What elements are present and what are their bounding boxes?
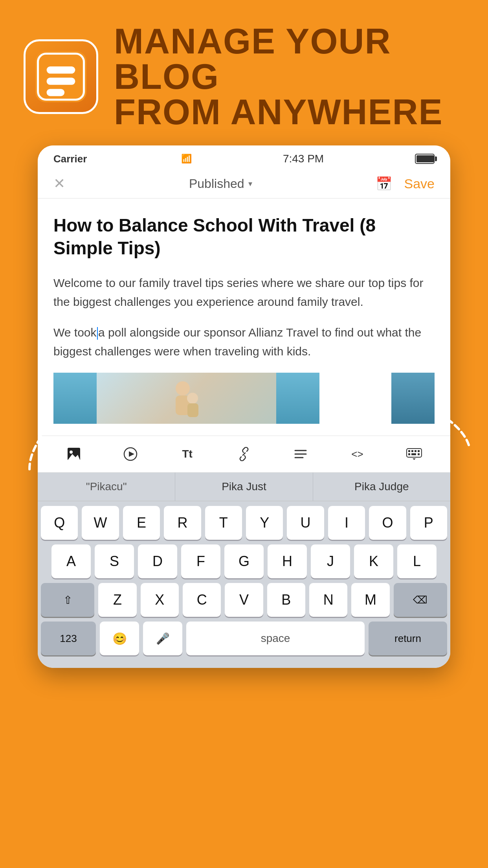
blogger-logo <box>24 39 98 114</box>
post-content[interactable]: How to Balance School With Travel (8 Sim… <box>38 199 450 436</box>
key-t[interactable]: T <box>205 506 242 540</box>
key-w[interactable]: W <box>82 506 119 540</box>
key-i[interactable]: I <box>328 506 365 540</box>
autocorrect-item-0[interactable]: "Pikacu" <box>38 473 175 501</box>
svg-rect-22 <box>408 453 410 455</box>
key-k[interactable]: K <box>354 544 393 578</box>
key-x[interactable]: X <box>141 583 179 617</box>
calendar-icon[interactable]: 📅 <box>376 176 392 191</box>
key-numbers[interactable]: 123 <box>41 622 96 655</box>
link-tool[interactable] <box>232 442 256 466</box>
key-shift[interactable]: ⇧ <box>41 583 94 617</box>
code-tool[interactable]: <> <box>346 442 369 466</box>
svg-rect-23 <box>411 453 416 455</box>
svg-marker-25 <box>413 458 416 460</box>
key-m[interactable]: M <box>351 583 389 617</box>
close-button[interactable]: ✕ <box>53 175 65 192</box>
status-dropdown-icon: ▾ <box>248 179 252 188</box>
key-j[interactable]: J <box>311 544 350 578</box>
svg-rect-3 <box>47 78 75 85</box>
svg-rect-18 <box>408 450 410 452</box>
keyboard-row-3: ⇧ Z X C V B N M ⌫ <box>41 583 447 617</box>
key-q[interactable]: Q <box>41 506 78 540</box>
key-n[interactable]: N <box>309 583 347 617</box>
image-gap <box>319 373 391 424</box>
header-text: MANAGE YOUR BLOG FROM ANYWHERE <box>114 24 464 130</box>
svg-marker-13 <box>129 451 134 457</box>
key-g[interactable]: G <box>224 544 264 578</box>
svg-rect-21 <box>418 450 420 452</box>
svg-rect-19 <box>411 450 413 452</box>
autocorrect-bar: "Pikacu" Pika Just Pika Judge <box>38 473 450 501</box>
time-display: 7:43 PM <box>283 153 324 165</box>
phone-container: Carrier 📶 7:43 PM ✕ Published ▾ 📅 Save <box>0 145 488 668</box>
key-e[interactable]: E <box>123 506 160 540</box>
post-title: How to Balance School With Travel (8 Sim… <box>53 214 435 259</box>
key-f[interactable]: F <box>181 544 220 578</box>
key-emoji[interactable]: 😊 <box>100 622 139 655</box>
key-h[interactable]: H <box>268 544 307 578</box>
post-body-2-before: We took <box>53 326 97 339</box>
image-main <box>97 373 277 424</box>
post-image-row <box>53 373 435 424</box>
svg-point-5 <box>176 381 190 395</box>
toolbar-right: 📅 Save <box>376 176 435 191</box>
keyboard: Q W E R T Y U I O P A S D F G H J K <box>38 501 450 668</box>
svg-rect-2 <box>47 66 75 74</box>
key-z[interactable]: Z <box>98 583 136 617</box>
align-tool[interactable] <box>289 442 312 466</box>
video-tool[interactable] <box>119 442 142 466</box>
carrier-label: Carrier <box>53 153 87 165</box>
post-body-1: Welcome to our family travel tips series… <box>53 274 435 311</box>
autocorrect-item-1[interactable]: Pika Just <box>175 473 313 501</box>
key-space[interactable]: space <box>186 622 365 655</box>
image-left <box>53 373 97 424</box>
key-l[interactable]: L <box>397 544 437 578</box>
svg-point-10 <box>70 451 73 454</box>
key-a[interactable]: A <box>51 544 91 578</box>
svg-rect-20 <box>415 450 416 452</box>
post-body-2: We tooka poll alongside our sponsor Alli… <box>53 323 435 361</box>
text-format-tool[interactable]: Tt <box>176 442 199 466</box>
key-y[interactable]: Y <box>246 506 283 540</box>
key-d[interactable]: D <box>138 544 177 578</box>
keyboard-row-2: A S D F G H J K L <box>41 544 447 578</box>
save-button[interactable]: Save <box>404 176 435 191</box>
key-v[interactable]: V <box>225 583 263 617</box>
key-c[interactable]: C <box>183 583 221 617</box>
key-s[interactable]: S <box>95 544 134 578</box>
key-return[interactable]: return <box>369 622 447 655</box>
text-cursor <box>97 327 98 340</box>
image-right <box>391 373 435 424</box>
battery-indicator <box>415 154 435 164</box>
image-divider <box>276 373 319 424</box>
key-u[interactable]: U <box>287 506 324 540</box>
key-o[interactable]: O <box>369 506 406 540</box>
autocorrect-item-2[interactable]: Pika Judge <box>313 473 450 501</box>
svg-rect-4 <box>47 89 65 96</box>
key-b[interactable]: B <box>267 583 305 617</box>
header-title-line2: FROM ANYWHERE <box>114 94 464 130</box>
svg-rect-17 <box>407 449 422 457</box>
svg-point-7 <box>187 393 198 404</box>
key-delete[interactable]: ⌫ <box>394 583 447 617</box>
status-bar: Carrier 📶 7:43 PM <box>38 145 450 169</box>
battery-icon <box>415 154 435 164</box>
keyboard-tool[interactable] <box>402 442 426 466</box>
key-microphone[interactable]: 🎤 <box>143 622 182 655</box>
post-body-2-after: a poll alongside our sponsor Allianz Tra… <box>53 326 421 358</box>
keyboard-row-4: 123 😊 🎤 space return <box>41 622 447 655</box>
svg-rect-24 <box>418 453 420 455</box>
keyboard-row-1: Q W E R T Y U I O P <box>41 506 447 540</box>
formatting-toolbar: Tt <> <box>38 436 450 473</box>
wifi-icon: 📶 <box>181 154 192 164</box>
editor-toolbar: ✕ Published ▾ 📅 Save <box>38 169 450 199</box>
header: MANAGE YOUR BLOG FROM ANYWHERE <box>0 0 488 145</box>
publish-status[interactable]: Published ▾ <box>189 177 252 191</box>
header-title-line1: MANAGE YOUR BLOG <box>114 24 464 94</box>
svg-rect-8 <box>187 403 198 417</box>
status-label: Published <box>189 177 244 191</box>
key-r[interactable]: R <box>164 506 201 540</box>
key-p[interactable]: P <box>410 506 447 540</box>
phone-mockup: Carrier 📶 7:43 PM ✕ Published ▾ 📅 Save <box>38 145 450 668</box>
